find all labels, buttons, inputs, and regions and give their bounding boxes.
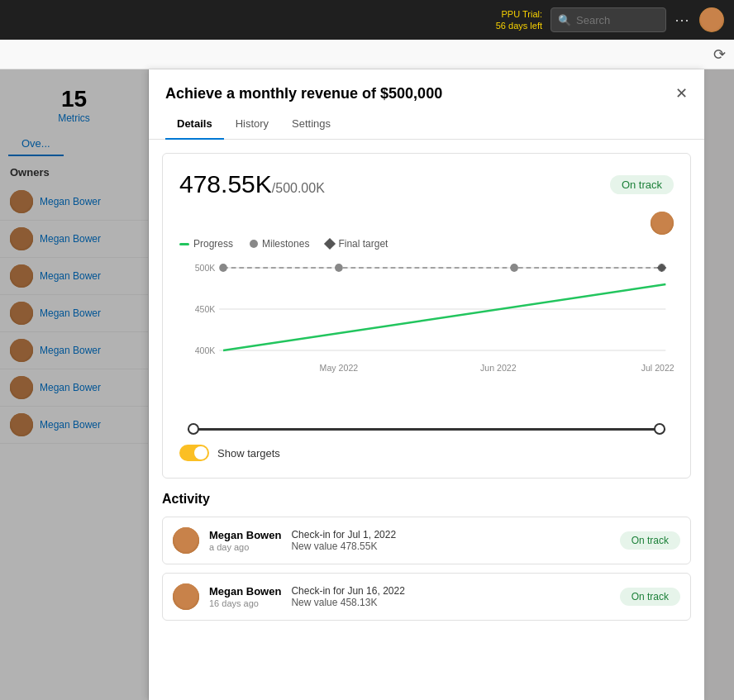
chart-area: 500K 450K 400K May 2022 — [179, 260, 674, 433]
toggle-knob — [194, 446, 207, 460]
activity-user-name-2: Megan Bowen — [209, 585, 281, 598]
svg-text:Jun 2022: Jun 2022 — [480, 363, 517, 373]
chart-user-avatar — [651, 212, 674, 235]
svg-point-7 — [219, 264, 227, 272]
tab-history[interactable]: History — [224, 109, 280, 140]
refresh-bar: ⟳ — [0, 40, 734, 69]
activity-section: Activity Megan Bowen a day ago Check-in … — [149, 492, 704, 642]
activity-info-1: Check-in for Jul 1, 2022 New value 478.5… — [291, 529, 609, 552]
search-icon: 🔍 — [558, 14, 571, 26]
tab-details[interactable]: Details — [165, 109, 224, 140]
activity-user-info-1: Megan Bowen a day ago — [209, 529, 281, 552]
target-value: /500.00K — [272, 181, 325, 195]
activity-item-2: Megan Bowen 16 days ago Check-in for Jun… — [162, 573, 691, 621]
modal-panel: Achieve a monthly revenue of $500,000 ✕ … — [149, 69, 704, 700]
progress-legend-icon — [179, 243, 189, 245]
svg-text:May 2022: May 2022 — [320, 363, 359, 373]
activity-user-info-2: Megan Bowen 16 days ago — [209, 585, 281, 608]
activity-new-value-2: New value 458.13K — [291, 597, 609, 608]
svg-marker-11 — [657, 264, 667, 272]
svg-text:450K: 450K — [195, 304, 217, 314]
milestones-legend-icon — [250, 240, 258, 248]
show-targets-toggle[interactable] — [179, 445, 209, 461]
activity-info-2: Check-in for Jun 16, 2022 New value 458.… — [291, 585, 609, 608]
refresh-icon[interactable]: ⟳ — [713, 45, 726, 64]
activity-title: Activity — [162, 492, 691, 507]
svg-text:500K: 500K — [195, 263, 217, 273]
search-box[interactable]: 🔍 — [550, 7, 666, 32]
activity-badge-2: On track — [620, 588, 680, 606]
range-slider[interactable] — [183, 428, 670, 431]
modal-header: Achieve a monthly revenue of $500,000 ✕ — [149, 69, 704, 102]
ppu-trial-info: PPU Trial: 56 days left — [496, 8, 542, 32]
show-targets-row: Show targets — [179, 445, 674, 461]
svg-point-9 — [510, 264, 518, 272]
top-nav: PPU Trial: 56 days left 🔍 ⋯ — [0, 0, 734, 40]
activity-user-name-1: Megan Bowen — [209, 529, 281, 541]
value-display: 478.55K/500.00K On track — [179, 170, 674, 198]
modal-tabs: Details History Settings — [149, 109, 704, 140]
svg-point-8 — [335, 264, 343, 272]
more-options-button[interactable]: ⋯ — [674, 11, 691, 29]
chart-card: 478.55K/500.00K On track Progress Milest… — [162, 153, 691, 479]
activity-checkin-1: Check-in for Jul 1, 2022 — [291, 529, 609, 540]
svg-text:400K: 400K — [195, 345, 217, 355]
activity-badge-1: On track — [620, 531, 680, 550]
activity-checkin-2: Check-in for Jun 16, 2022 — [291, 585, 609, 597]
activity-time-2: 16 days ago — [209, 598, 281, 608]
current-value-number: 478.55K — [179, 170, 272, 198]
range-track — [188, 428, 665, 431]
legend-milestones: Milestones — [250, 238, 309, 250]
legend-final-target: Final target — [326, 238, 388, 250]
range-thumb-left[interactable] — [188, 423, 199, 435]
final-target-legend-icon — [324, 238, 336, 250]
legend-progress: Progress — [179, 238, 233, 250]
main-area: 15 Metrics Ove... Owners Megan BowerMega… — [0, 69, 734, 700]
activity-new-value-1: New value 478.55K — [291, 540, 609, 552]
activity-time-1: a day ago — [209, 542, 281, 552]
activity-avatar-2 — [173, 583, 199, 610]
activity-item-1: Megan Bowen a day ago Check-in for Jul 1… — [162, 517, 691, 564]
show-targets-label: Show targets — [217, 447, 280, 460]
range-thumb-right[interactable] — [654, 423, 665, 435]
chart-legend: Progress Milestones Final target — [179, 238, 674, 250]
activity-avatar-1 — [173, 527, 199, 554]
on-track-badge: On track — [610, 175, 674, 194]
tab-settings[interactable]: Settings — [280, 109, 342, 140]
close-modal-button[interactable]: ✕ — [675, 84, 688, 102]
svg-text:Jul 2022: Jul 2022 — [641, 363, 674, 373]
modal-title: Achieve a monthly revenue of $500,000 — [165, 85, 442, 102]
current-value-display: 478.55K/500.00K — [179, 170, 325, 198]
search-input[interactable] — [576, 14, 659, 26]
chart-svg: 500K 450K 400K May 2022 — [179, 260, 674, 425]
user-avatar[interactable] — [699, 7, 724, 32]
